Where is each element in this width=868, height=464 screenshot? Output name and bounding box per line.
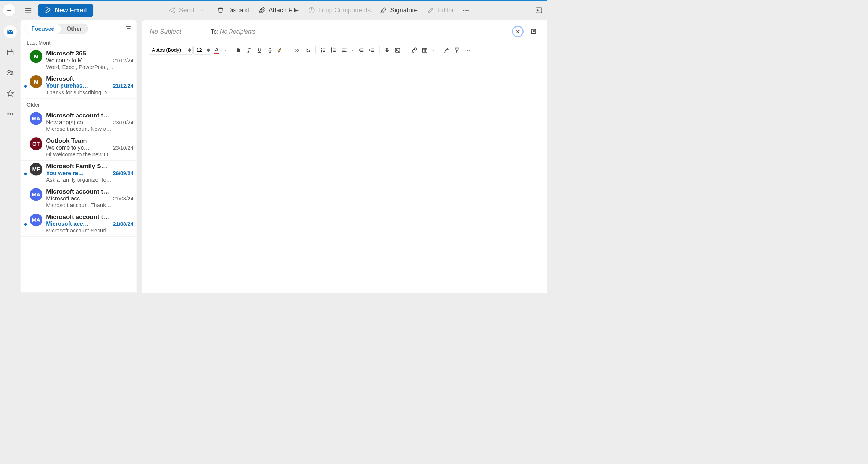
outdent-icon — [358, 47, 364, 53]
email-preview: Hi Welcome to the new O… — [46, 151, 133, 158]
tab-focused[interactable]: Focused — [25, 24, 61, 34]
email-preview: Microsoft account Thank… — [46, 202, 133, 208]
loop-components-button[interactable]: Loop Components — [304, 4, 375, 17]
to-line[interactable]: To: No Recipients — [211, 28, 255, 35]
email-item[interactable]: MF Microsoft Family S… You were re… 26/0… — [21, 161, 137, 186]
left-rail — [0, 20, 21, 293]
svg-point-25 — [469, 50, 470, 51]
sender-avatar: OT — [30, 137, 42, 150]
email-item[interactable]: MA Microsoft account t… New app(s) co… 2… — [21, 110, 137, 135]
superscript-button[interactable]: x² — [293, 46, 302, 55]
font-color-button[interactable]: A — [212, 46, 222, 55]
chevron-down-icon — [404, 49, 408, 52]
rail-people-button[interactable] — [4, 66, 17, 79]
hamburger-icon — [24, 7, 32, 14]
email-preview: Thanks for subscribing. Y… — [46, 89, 133, 96]
email-date: 21/12/24 — [113, 58, 133, 64]
sender-avatar: MA — [30, 112, 42, 125]
list-header: Focused Other — [21, 20, 137, 36]
font-color-dropdown[interactable] — [223, 46, 228, 55]
table-icon — [422, 47, 428, 53]
underline-button[interactable] — [255, 46, 264, 55]
rail-mail-button[interactable] — [4, 25, 17, 38]
email-item[interactable]: MA Microsoft account t… Microsoft acc… 2… — [21, 186, 137, 211]
sender-avatar: MA — [30, 214, 42, 226]
align-button[interactable] — [339, 46, 349, 55]
styles-button[interactable] — [442, 46, 451, 55]
strikethrough-button[interactable] — [265, 46, 274, 55]
send-dropdown-button[interactable] — [198, 4, 207, 17]
separator — [439, 46, 439, 54]
outdent-button[interactable] — [356, 46, 366, 55]
attach-file-button[interactable]: Attach File — [254, 4, 303, 17]
send-button[interactable]: Send — [165, 4, 198, 17]
font-family-select[interactable]: Aptos (Body) — [149, 46, 193, 55]
align-dropdown[interactable] — [350, 46, 355, 55]
main-toolbar: New Email Send Discard Attach File Loop … — [0, 1, 547, 20]
collapse-pane-icon[interactable] — [535, 7, 542, 14]
toolbar-actions: Send Discard Attach File Loop Components… — [156, 4, 473, 17]
picture-button[interactable] — [393, 46, 402, 55]
indent-icon — [369, 47, 375, 53]
more-icon — [464, 47, 470, 53]
bullets-button[interactable] — [318, 46, 328, 55]
email-date: 21/08/24 — [113, 221, 133, 227]
rail-more-button[interactable] — [4, 108, 17, 120]
picture-dropdown[interactable] — [403, 46, 409, 55]
indent-button[interactable] — [367, 46, 376, 55]
email-item[interactable]: OT Outlook Team Welcome to yo… 23/10/24 … — [21, 135, 137, 161]
highlight-dropdown[interactable] — [286, 46, 292, 55]
send-icon — [169, 7, 176, 14]
superscript-icon: x² — [295, 47, 299, 53]
svg-point-9 — [10, 113, 11, 115]
font-size-select[interactable]: 12 — [193, 46, 211, 55]
hamburger-menu-button[interactable] — [21, 4, 35, 17]
bold-button[interactable] — [233, 46, 243, 55]
compose-body[interactable] — [142, 57, 547, 293]
signature-button[interactable]: Signature — [376, 4, 422, 17]
subject-placeholder[interactable]: No Subject — [150, 28, 181, 35]
tab-other[interactable]: Other — [61, 24, 88, 34]
link-button[interactable] — [410, 46, 419, 55]
compose-icon — [45, 7, 51, 14]
email-subject: Welcome to yo… — [46, 145, 110, 151]
highlight-icon — [277, 47, 283, 53]
filter-button[interactable] — [125, 25, 132, 33]
email-item[interactable]: M Microsoft 365 Welcome to Mi… 21/12/24 … — [21, 48, 137, 73]
chevron-down-icon — [200, 8, 205, 13]
expand-header-button[interactable] — [512, 26, 524, 37]
svg-point-23 — [465, 50, 466, 51]
send-label: Send — [179, 7, 194, 14]
more-options-button[interactable] — [459, 4, 473, 17]
people-icon — [7, 69, 14, 76]
email-date: 23/10/24 — [113, 120, 133, 126]
discard-button[interactable]: Discard — [212, 4, 253, 17]
table-dropdown[interactable] — [431, 46, 436, 55]
compose-pane: No Subject To: No Recipients Aptos (Body… — [142, 20, 547, 293]
highlight-button[interactable] — [276, 46, 285, 55]
dictate-button[interactable] — [382, 46, 392, 55]
email-sender: Outlook Team — [46, 137, 133, 145]
mic-icon — [384, 47, 390, 53]
new-item-button[interactable] — [3, 4, 16, 17]
email-item[interactable]: MA Microsoft account t… Microsoft acc… 2… — [21, 211, 137, 237]
rail-favorites-button[interactable] — [4, 87, 17, 100]
svg-point-8 — [7, 113, 9, 115]
format-more-button[interactable] — [463, 46, 472, 55]
underline-icon — [256, 47, 262, 53]
new-email-button[interactable]: New Email — [38, 4, 93, 17]
numbering-button[interactable]: 123 — [329, 46, 338, 55]
clear-format-button[interactable] — [452, 46, 462, 55]
main-area: Focused Other Last Month M Microsoft 365… — [0, 20, 547, 293]
email-preview: Ask a family organizer to… — [46, 177, 133, 183]
email-item[interactable]: M Microsoft Your purchas… 21/12/24 Thank… — [21, 73, 137, 99]
italic-button[interactable] — [244, 46, 253, 55]
chevron-down-icon — [432, 49, 435, 52]
pop-out-button[interactable] — [528, 26, 539, 37]
align-icon — [341, 47, 347, 53]
more-icon — [462, 7, 470, 14]
subscript-button[interactable]: x₂ — [303, 46, 313, 55]
editor-button[interactable]: Editor — [423, 4, 458, 17]
table-button[interactable] — [420, 46, 430, 55]
rail-calendar-button[interactable] — [4, 46, 17, 59]
